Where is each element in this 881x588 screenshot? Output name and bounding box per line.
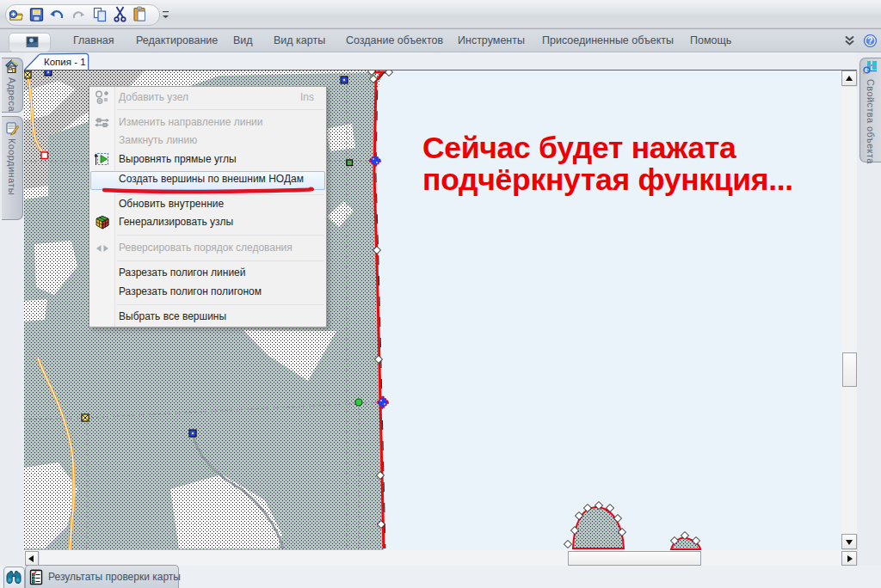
svg-text:?: ? (867, 35, 872, 46)
